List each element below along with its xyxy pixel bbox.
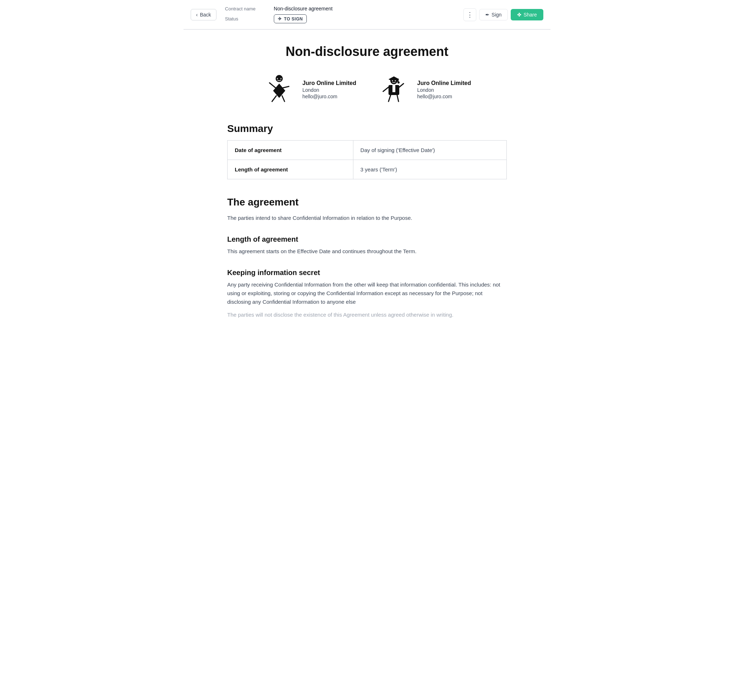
meta-section: Contract name Non-disclosure agreement S… [225,6,455,23]
summary-label-1: Date of agreement [228,141,353,160]
agreement-intro: The parties intend to share Confidential… [227,214,507,222]
party-2-info: Juro Online Limited London hello@juro.co… [417,80,471,99]
party-1-email: hello@juro.com [302,94,356,99]
svg-line-2 [270,83,276,88]
party-2-email: hello@juro.com [417,94,471,99]
svg-rect-13 [392,85,395,92]
party-1-city: London [302,87,356,93]
agreement-section: The agreement The parties intend to shar… [227,197,507,222]
back-arrow-icon: ‹ [196,12,198,18]
status-row: Status ✈ TO SIGN [225,14,455,23]
agreement-heading: The agreement [227,197,507,208]
status-value: TO SIGN [284,16,303,22]
party-2-name: Juro Online Limited [417,80,471,87]
svg-point-6 [277,78,278,79]
keeping-secret-body: Any party receiving Confidential Informa… [227,281,507,306]
party-1-avatar [263,74,295,106]
keeping-secret-section: Keeping information secret Any party rec… [227,269,507,319]
svg-line-4 [272,96,276,101]
contract-name-row: Contract name Non-disclosure agreement [225,6,455,12]
svg-point-0 [276,75,283,82]
status-label: Status [225,16,268,22]
back-button[interactable]: ‹ Back [191,9,216,21]
table-row: Length of agreement 3 years ('Term') [228,160,507,179]
party-2-avatar [378,74,410,106]
sign-button[interactable]: ✒ Sign [479,9,508,21]
sign-label: Sign [492,12,502,18]
more-icon: ⋮ [467,11,473,19]
document-content: Non-disclosure agreement [206,30,528,346]
party-1-info: Juro Online Limited London hello@juro.co… [302,80,356,99]
summary-label-2: Length of agreement [228,160,353,179]
length-heading: Length of agreement [227,235,507,244]
summary-heading: Summary [227,123,507,134]
svg-point-11 [398,81,399,84]
svg-marker-1 [273,84,285,98]
header: ‹ Back Contract name Non-disclosure agre… [184,0,550,29]
share-button[interactable]: ✤ Share [511,9,543,21]
svg-line-15 [399,84,404,87]
parties-section: Juro Online Limited London hello@juro.co… [227,74,507,106]
svg-line-5 [282,96,285,101]
svg-line-16 [389,95,390,101]
faded-body-text: The parties will not disclose the existe… [227,310,507,319]
summary-value-1: Day of signing ('Effective Date') [353,141,506,160]
status-badge: ✈ TO SIGN [274,14,307,23]
svg-line-3 [283,87,289,88]
table-row: Date of agreement Day of signing ('Effec… [228,141,507,160]
plane-icon: ✈ [278,16,282,22]
svg-line-14 [383,87,389,91]
share-label: Share [524,12,537,18]
document-title: Non-disclosure agreement [227,44,507,59]
summary-table: Date of agreement Day of signing ('Effec… [227,140,507,179]
summary-value-2: 3 years ('Term') [353,160,506,179]
svg-point-7 [280,78,281,79]
header-actions: ⋮ ✒ Sign ✤ Share [463,8,543,21]
share-icon: ✤ [517,12,521,18]
party-1-name: Juro Online Limited [302,80,356,87]
back-label: Back [200,12,211,18]
party-2: Juro Online Limited London hello@juro.co… [378,74,471,106]
contract-name-value: Non-disclosure agreement [274,6,333,12]
keeping-secret-heading: Keeping information secret [227,269,507,277]
svg-point-19 [395,80,396,81]
party-2-city: London [417,87,471,93]
sign-pen-icon: ✒ [485,12,490,18]
svg-line-17 [397,95,399,101]
more-options-button[interactable]: ⋮ [463,8,476,21]
svg-point-18 [392,80,393,81]
length-body: This agreement starts on the Effective D… [227,247,507,256]
contract-name-label: Contract name [225,6,268,12]
party-1: Juro Online Limited London hello@juro.co… [263,74,356,106]
length-section: Length of agreement This agreement start… [227,235,507,256]
